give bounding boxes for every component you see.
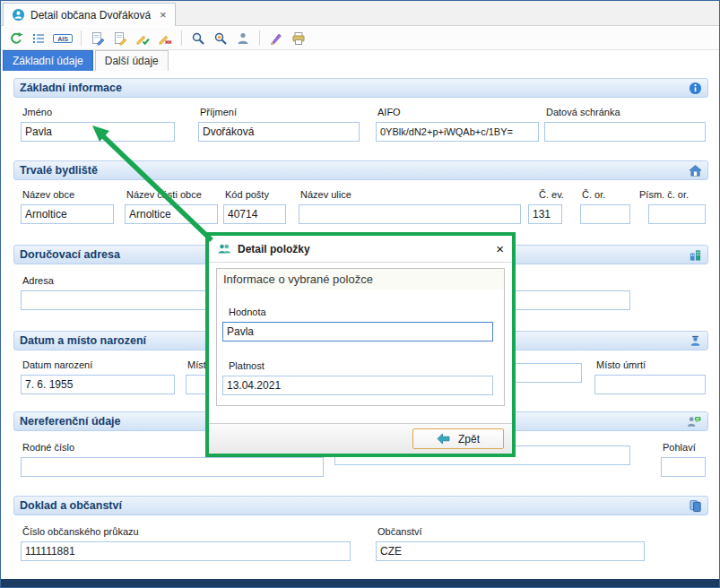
- field-c-or: Č. or.: [580, 189, 630, 224]
- back-arrow-icon: [437, 433, 450, 445]
- search-button[interactable]: [188, 29, 208, 48]
- jmeno-label: Jméno: [22, 107, 175, 118]
- ais-icon: AIS: [53, 31, 73, 46]
- list-icon: [31, 31, 46, 46]
- field-cislo-op: Číslo občanského průkazu: [21, 526, 351, 561]
- prijmeni-label: Příjmení: [200, 107, 360, 118]
- nazev-casti-obce-input[interactable]: [125, 204, 218, 224]
- dialog-group-title: Informace o vybrané položce: [217, 269, 504, 290]
- person-icon: [236, 31, 250, 46]
- nazev-ulice-label: Název ulice: [300, 189, 521, 201]
- cislo-op-label: Číslo občanského průkazu: [22, 526, 351, 538]
- obcanstvi-input[interactable]: [376, 541, 645, 561]
- field-datum-narozeni: Datum narození: [21, 359, 175, 394]
- nazev-ulice-input[interactable]: [299, 204, 521, 224]
- c-or-label: Č. or.: [582, 189, 630, 201]
- back-button-label: Zpět: [458, 433, 480, 445]
- c-or-input[interactable]: [580, 204, 630, 224]
- misto-umrti-label: Místo úmrtí: [596, 359, 706, 371]
- tab-close-icon[interactable]: ×: [160, 8, 167, 22]
- field-nazev-ulice: Název ulice: [299, 189, 521, 224]
- field-nazev-obce: Název obce: [21, 189, 114, 224]
- aifo-input[interactable]: [376, 122, 539, 142]
- field-obcanstvi: Občanství: [376, 526, 645, 561]
- cislo-op-input[interactable]: [21, 541, 351, 561]
- jmeno-input[interactable]: [21, 122, 175, 142]
- field-prijmeni: Příjmení: [198, 107, 360, 142]
- application-window: Detail občana Dvořáková × AIS: [0, 0, 720, 588]
- datum-narozeni-label: Datum narození: [22, 359, 175, 371]
- print-icon: [291, 31, 306, 46]
- pohlavi-label: Pohlaví: [663, 442, 706, 454]
- dialog-title: Detail položky: [238, 243, 310, 255]
- section-header-zakladni-informace: Základní informace: [13, 78, 708, 98]
- edit-document-button[interactable]: [88, 29, 108, 48]
- edit-icon: [113, 31, 127, 46]
- pism-c-or-label: Písm. č. or.: [639, 189, 706, 201]
- section-header-doklad-obcanstvi: Doklad a občanství: [13, 496, 708, 515]
- kod-posty-label: Kód pošty: [225, 189, 286, 201]
- citizen-detail-icon: [12, 8, 25, 22]
- field-platnost: Platnost: [222, 360, 493, 395]
- datova-schranka-input[interactable]: [544, 122, 706, 142]
- person-birth-icon: [689, 334, 702, 348]
- nazev-obce-input[interactable]: [21, 204, 114, 224]
- detail-polozky-dialog: Detail položky × Informace o vybrané pol…: [205, 232, 516, 457]
- kod-posty-input[interactable]: [223, 204, 286, 224]
- section-title: Nereferenční údaje: [20, 415, 121, 428]
- hodnota-input[interactable]: [222, 322, 493, 342]
- tab-dalsi-udaje[interactable]: Další údaje: [95, 50, 169, 71]
- svg-text:AIS: AIS: [57, 35, 68, 41]
- accept-edit-button[interactable]: [133, 29, 152, 48]
- dialog-close-icon[interactable]: ×: [496, 242, 504, 255]
- rodne-cislo-input[interactable]: [21, 457, 324, 477]
- buildings-icon: [689, 248, 702, 262]
- search-detail-icon: [213, 31, 228, 46]
- back-button[interactable]: Zpět: [412, 428, 504, 449]
- edit-button[interactable]: [110, 29, 130, 48]
- section-header-trvale-bydliste: Trvalé bydliště: [13, 160, 708, 180]
- nazev-casti-obce-label: Název části obce: [126, 189, 218, 201]
- status-bar: [1, 579, 719, 587]
- dialog-footer: Zpět: [209, 423, 512, 454]
- prijmeni-input[interactable]: [198, 122, 360, 142]
- ais-button[interactable]: AIS: [51, 29, 74, 48]
- misto-umrti-input[interactable]: [594, 375, 706, 394]
- search-detail-button[interactable]: [211, 29, 230, 48]
- dialog-groupbox: Informace o vybrané položce Hodnota Plat…: [216, 268, 505, 406]
- cancel-edit-button[interactable]: [155, 29, 175, 48]
- field-misto-umrti: Místo úmrtí: [594, 359, 706, 394]
- pohlavi-input[interactable]: [661, 457, 706, 477]
- field-c-ev: Č. ev.: [528, 189, 562, 224]
- field-aifo: AIFO: [376, 107, 539, 142]
- pen-icon: [269, 31, 283, 46]
- platnost-label: Platnost: [229, 360, 493, 372]
- document-tab-title: Detail občana Dvořáková: [30, 9, 151, 22]
- section-title: Trvalé bydliště: [20, 164, 98, 177]
- platnost-input[interactable]: [222, 376, 493, 395]
- refresh-button[interactable]: [6, 29, 26, 48]
- c-ev-input[interactable]: [528, 204, 562, 224]
- people-icon: [217, 243, 231, 255]
- document-tab[interactable]: Detail občana Dvořáková ×: [3, 3, 176, 26]
- documents-icon: [689, 499, 702, 513]
- tab-zakladni-udaje[interactable]: Základní údaje: [3, 50, 93, 71]
- field-pism-c-or: Písm. č. or.: [638, 189, 706, 224]
- obcanstvi-label: Občanství: [377, 526, 645, 538]
- page-tabs: Základní údaje Další údaje: [1, 50, 719, 73]
- c-ev-label: Č. ev.: [539, 189, 562, 201]
- datova-schranka-label: Datová schránka: [546, 107, 706, 118]
- dialog-header: Detail položky ×: [209, 236, 512, 263]
- aifo-label: AIFO: [377, 107, 539, 118]
- pism-c-or-input[interactable]: [648, 204, 706, 224]
- home-icon: [689, 164, 702, 177]
- person-button[interactable]: [233, 29, 253, 48]
- pen-button[interactable]: [266, 29, 286, 48]
- datum-narozeni-input[interactable]: [21, 375, 175, 394]
- field-nazev-casti-obce: Název části obce: [125, 189, 218, 224]
- print-button[interactable]: [289, 29, 308, 48]
- section-title: Datum a místo narození: [20, 334, 146, 347]
- list-button[interactable]: [29, 29, 48, 48]
- section-title: Doručovací adresa: [20, 248, 120, 261]
- toolbar-separator: [181, 30, 182, 46]
